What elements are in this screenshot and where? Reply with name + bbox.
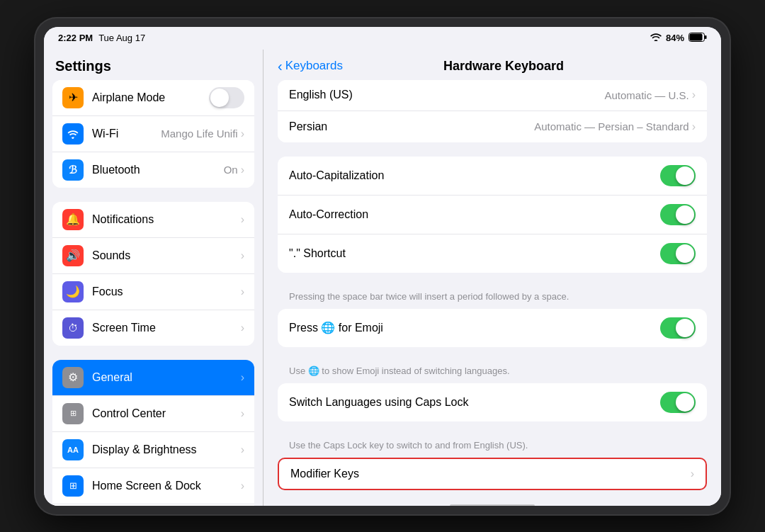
home-bar	[450, 504, 535, 506]
display-label: Display & Brightness	[92, 443, 241, 456]
sidebar-item-display[interactable]: AA Display & Brightness ›	[52, 432, 254, 468]
general-chevron: ›	[241, 371, 244, 384]
english-us-label: English (US)	[289, 89, 604, 101]
wifi-status-icon	[650, 33, 662, 43]
status-time: 2:22 PM	[58, 33, 93, 43]
notifications-chevron: ›	[241, 213, 244, 226]
auto-correction-row: Auto-Correction	[278, 196, 707, 234]
modifier-keys-chevron: ›	[691, 468, 694, 480]
wifi-icon	[62, 123, 84, 145]
period-shortcut-row: "." Shortcut	[278, 234, 707, 273]
settings-group-network: ✈ Airplane Mode Wi-Fi Mango Life Unifi ›	[52, 80, 254, 188]
period-shortcut-hint: Pressing the space bar twice will insert…	[278, 287, 707, 309]
toggle-group: Auto-Capitalization Auto-Correction "." …	[278, 157, 707, 273]
persian-value: Automatic — Persian – Standard	[534, 120, 688, 132]
wifi-value: Mango Life Unifi	[161, 128, 237, 140]
home-indicator	[264, 504, 721, 506]
back-chevron-icon: ‹	[278, 58, 283, 74]
homescreen-icon: ⊞	[62, 475, 84, 497]
sidebar-item-airplane[interactable]: ✈ Airplane Mode	[52, 80, 254, 116]
modifier-keys-row[interactable]: Modifier Keys ›	[278, 458, 707, 490]
sounds-label: Sounds	[92, 249, 241, 262]
airplane-icon: ✈	[62, 87, 84, 108]
notifications-label: Notifications	[92, 213, 241, 226]
bluetooth-chevron: ›	[241, 164, 244, 176]
battery-percentage: 84%	[666, 33, 684, 43]
auto-cap-label: Auto-Capitalization	[289, 169, 660, 182]
svg-rect-2	[690, 33, 703, 40]
caps-group: Switch Languages using Caps Lock	[278, 383, 707, 421]
english-us-value: Automatic — U.S.	[604, 89, 688, 101]
auto-capitalization-row: Auto-Capitalization	[278, 157, 707, 196]
sidebar-item-notifications[interactable]: 🔔 Notifications ›	[52, 202, 254, 238]
persian-label: Persian	[289, 120, 534, 133]
auto-correct-toggle[interactable]	[660, 204, 696, 225]
press-emoji-label: Press 🌐 for Emoji	[289, 321, 660, 334]
status-icons: 84%	[650, 33, 707, 44]
svg-rect-1	[705, 35, 707, 39]
status-bar: 2:22 PM Tue Aug 17 84%	[44, 27, 721, 50]
auto-cap-toggle[interactable]	[660, 165, 696, 186]
airplane-label: Airplane Mode	[92, 91, 209, 104]
emoji-group: Press 🌐 for Emoji	[278, 309, 707, 347]
homescreen-chevron: ›	[241, 480, 244, 492]
bluetooth-icon: ℬ	[62, 159, 84, 181]
screentime-icon: ⏱	[62, 317, 84, 339]
status-date: Tue Aug 17	[98, 33, 145, 43]
detail-header: ‹ Keyboards Hardware Keyboard	[264, 50, 721, 80]
focus-icon: 🌙	[62, 281, 84, 302]
screentime-chevron: ›	[241, 322, 244, 334]
bluetooth-value: On	[224, 164, 238, 176]
controlcenter-label: Control Center	[92, 407, 241, 420]
settings-group-notifications: 🔔 Notifications › 🔊 Sounds › 🌙 Focus ›	[52, 202, 254, 346]
wifi-label: Wi-Fi	[92, 128, 161, 140]
settings-group-general: ⚙ General › ⊞ Control Center › AA Displa…	[52, 360, 254, 506]
modifier-keys-label: Modifier Keys	[290, 468, 691, 480]
sidebar-item-accessibility[interactable]: ♿ Accessibility ›	[52, 504, 254, 506]
switch-languages-toggle[interactable]	[660, 392, 696, 413]
english-us-row[interactable]: English (US) Automatic — U.S. ›	[278, 80, 707, 111]
device-frame: 2:22 PM Tue Aug 17 84% Settings	[35, 18, 730, 514]
sidebar-item-homescreen[interactable]: ⊞ Home Screen & Dock ›	[52, 468, 254, 504]
press-emoji-toggle[interactable]	[660, 317, 696, 339]
sidebar-item-wifi[interactable]: Wi-Fi Mango Life Unifi ›	[52, 116, 254, 152]
airplane-toggle[interactable]	[209, 87, 244, 108]
sidebar-item-general[interactable]: ⚙ General ›	[52, 360, 254, 396]
homescreen-label: Home Screen & Dock	[92, 480, 241, 492]
switch-languages-label: Switch Languages using Caps Lock	[289, 396, 660, 409]
press-emoji-row: Press 🌐 for Emoji	[278, 309, 707, 347]
focus-label: Focus	[92, 285, 241, 298]
emoji-hint: Use 🌐 to show Emoji instead of switching…	[278, 361, 707, 383]
persian-row[interactable]: Persian Automatic — Persian – Standard ›	[278, 111, 707, 142]
language-group: English (US) Automatic — U.S. › Persian …	[278, 80, 707, 142]
auto-correct-label: Auto-Correction	[289, 208, 660, 221]
controlcenter-icon: ⊞	[62, 403, 84, 424]
detail-title: Hardware Keyboard	[300, 59, 707, 74]
main-content: Settings ✈ Airplane Mode Wi-Fi	[44, 50, 721, 506]
display-icon: AA	[62, 439, 84, 460]
battery-icon	[688, 33, 707, 44]
display-chevron: ›	[241, 443, 244, 456]
sidebar-item-bluetooth[interactable]: ℬ Bluetooth On ›	[52, 152, 254, 188]
bluetooth-label: Bluetooth	[92, 164, 224, 176]
screentime-label: Screen Time	[92, 322, 241, 334]
screen: 2:22 PM Tue Aug 17 84% Settings	[44, 27, 721, 506]
sidebar-item-sounds[interactable]: 🔊 Sounds ›	[52, 238, 254, 274]
sidebar-item-focus[interactable]: 🌙 Focus ›	[52, 274, 254, 310]
sidebar: Settings ✈ Airplane Mode Wi-Fi	[44, 50, 264, 506]
sounds-chevron: ›	[241, 249, 244, 262]
english-us-chevron: ›	[692, 89, 696, 101]
detail-body: English (US) Automatic — U.S. › Persian …	[264, 80, 721, 504]
sidebar-item-screentime[interactable]: ⏱ Screen Time ›	[52, 310, 254, 346]
general-label: General	[92, 371, 241, 384]
period-shortcut-label: "." Shortcut	[289, 247, 660, 260]
sounds-icon: 🔊	[62, 245, 84, 266]
notifications-icon: 🔔	[62, 209, 84, 230]
sidebar-title: Settings	[44, 50, 263, 80]
caps-lock-hint: Use the Caps Lock key to switch to and f…	[278, 436, 707, 458]
wifi-chevron: ›	[241, 128, 244, 140]
switch-languages-row: Switch Languages using Caps Lock	[278, 383, 707, 421]
sidebar-item-controlcenter[interactable]: ⊞ Control Center ›	[52, 396, 254, 432]
persian-chevron: ›	[692, 120, 696, 133]
period-shortcut-toggle[interactable]	[660, 243, 696, 264]
